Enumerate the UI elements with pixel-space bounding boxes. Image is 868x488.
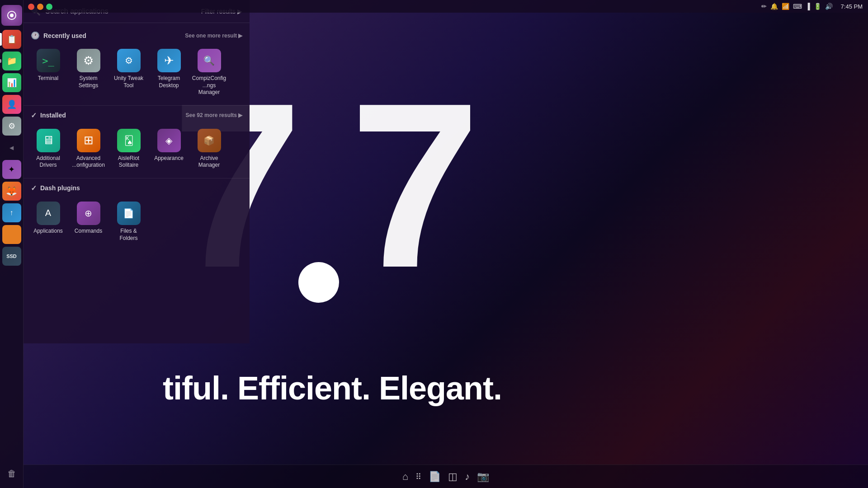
- system-settings-label: System Settings: [71, 75, 106, 89]
- applications-icon: A: [37, 202, 60, 225]
- app-commands[interactable]: ⊕ Commands: [69, 198, 108, 245]
- app-archive-manager[interactable]: 📦 Archive Manager: [190, 125, 228, 173]
- commands-label: Commands: [75, 228, 102, 235]
- files-folders-label: Files & Folders: [111, 228, 146, 242]
- bottomdock: ⌂ ⠿ 📄 ◫ ♪ 📷: [24, 465, 868, 488]
- applications-label: Applications: [33, 228, 63, 235]
- archive-manager-icon: 📦: [198, 129, 221, 152]
- terminal-label: Terminal: [38, 75, 58, 82]
- app-unity-tweak[interactable]: ⚙ Unity Tweak Tool: [109, 45, 148, 100]
- taskbar-unity-icon[interactable]: ✦: [2, 160, 21, 179]
- dash-plugins-header: ✓ Dash plugins: [24, 180, 250, 194]
- battery-indicator-icon[interactable]: ▐: [806, 3, 810, 10]
- home-icon: ⌂: [402, 471, 408, 483]
- installed-icon: ✓: [31, 111, 37, 120]
- installed-header: ✓ Installed See 92 more results ▶: [24, 108, 250, 122]
- camera-icon: 📷: [477, 471, 489, 483]
- dash-plugins-grid: A Applications ⊕ Commands 📄 Files & Fold…: [24, 194, 250, 249]
- pencil-icon[interactable]: ✏: [761, 3, 767, 10]
- window-controls: [24, 0, 57, 14]
- appearance-label: Appearance: [154, 155, 184, 162]
- additional-drivers-label: Additional Drivers: [31, 155, 66, 169]
- app-applications[interactable]: A Applications: [29, 198, 67, 245]
- divider-2: [24, 178, 250, 178]
- clock: 7:45 PM: [841, 3, 863, 10]
- taskbar-system-icon[interactable]: 📋: [2, 30, 21, 49]
- unity-tweak-label: Unity Tweak Tool: [111, 75, 146, 89]
- see-one-more-button[interactable]: See one more result ▶: [185, 33, 242, 39]
- volume-icon[interactable]: 🔊: [825, 3, 833, 10]
- app-terminal[interactable]: >_ Terminal: [29, 45, 67, 100]
- wifi-icon[interactable]: 📶: [782, 3, 789, 10]
- unity-launcher-button[interactable]: [1, 5, 22, 26]
- dash-plugins-label: Dash plugins: [40, 184, 80, 192]
- battery-icon[interactable]: 🔋: [814, 3, 821, 10]
- dock-media[interactable]: ◫: [448, 471, 458, 483]
- advanced-conf-icon: ⊞: [77, 129, 100, 152]
- launcher-content: 🕐 Recently used See one more result ▶ >_…: [24, 23, 250, 343]
- unity-tweak-icon: ⚙: [117, 49, 141, 72]
- files-folders-icon: 📄: [117, 202, 141, 225]
- compiz-icon: 🔍: [198, 49, 221, 72]
- topbar: ✏ 🔔 📶 ⌨ ▐ 🔋 🔊 7:45 PM: [24, 0, 868, 13]
- taskbar: 📋 📁 📊 👤 ⚙ ◀ ✦ 🦊 ↑ SSD 🗑: [0, 0, 24, 488]
- divider-1: [24, 105, 250, 106]
- see-92-more-button[interactable]: See 92 more results ▶: [186, 112, 242, 118]
- taskbar-calc-icon[interactable]: 📊: [2, 73, 21, 92]
- keyboard-icon[interactable]: ⌨: [793, 3, 802, 10]
- files-dock-icon: 📄: [429, 471, 441, 483]
- app-launcher: 🔍 Filter results ▶ 🕐 Recently used See o…: [24, 0, 250, 343]
- dock-camera[interactable]: 📷: [477, 471, 489, 483]
- recently-used-grid: >_ Terminal ⚙ System Settings ⚙ Unity Tw…: [24, 42, 250, 103]
- dock-apps[interactable]: ⠿: [415, 472, 421, 482]
- taskbar-settings-icon[interactable]: ⚙: [2, 117, 21, 136]
- app-system-settings[interactable]: ⚙ System Settings: [69, 45, 108, 100]
- recently-used-label: Recently used: [43, 32, 86, 39]
- terminal-icon: >_: [37, 49, 60, 72]
- taskbar-files-icon[interactable]: 📁: [2, 52, 21, 70]
- app-telegram[interactable]: ✈ Telegram Desktop: [150, 45, 188, 100]
- aisleriot-label: AisleRiot Solitaire: [111, 155, 146, 169]
- dock-files[interactable]: 📄: [429, 471, 441, 483]
- installed-grid: 🖥 Additional Drivers ⊞ Advanced ...onfig…: [24, 122, 250, 176]
- taskbar-arrow-icon[interactable]: ◀: [2, 138, 21, 157]
- app-appearance[interactable]: ◈ Appearance: [150, 125, 188, 173]
- dock-music[interactable]: ♪: [465, 471, 470, 483]
- desktop-tagline: tiful. Efficient. Elegant.: [163, 370, 502, 407]
- app-aisleriot[interactable]: 🂮 AisleRiot Solitaire: [109, 125, 148, 173]
- aisleriot-icon: 🂮: [117, 129, 141, 152]
- commands-icon: ⊕: [77, 202, 100, 225]
- app-advanced-conf[interactable]: ⊞ Advanced ...onfiguration: [69, 125, 108, 173]
- dock-home[interactable]: ⌂: [402, 471, 408, 483]
- taskbar-contacts-icon[interactable]: 👤: [2, 95, 21, 114]
- installed-label: Installed: [40, 112, 66, 119]
- archive-manager-label: Archive Manager: [192, 155, 226, 169]
- apps-grid-icon: ⠿: [415, 472, 421, 482]
- taskbar-ssd-icon[interactable]: SSD: [2, 247, 21, 266]
- taskbar-firefox-icon[interactable]: 🦊: [2, 182, 21, 201]
- recently-used-header: 🕐 Recently used See one more result ▶: [24, 28, 250, 42]
- minimize-button[interactable]: [37, 4, 43, 10]
- system-settings-icon: ⚙: [77, 49, 100, 72]
- recently-used-icon: 🕐: [31, 31, 40, 40]
- close-button[interactable]: [28, 4, 34, 10]
- taskbar-trash-icon[interactable]: 🗑: [2, 464, 21, 483]
- music-icon: ♪: [465, 471, 470, 483]
- appearance-icon: ◈: [157, 129, 181, 152]
- taskbar-software-icon[interactable]: ↑: [2, 203, 21, 222]
- app-additional-drivers[interactable]: 🖥 Additional Drivers: [29, 125, 67, 173]
- telegram-label: Telegram Desktop: [151, 75, 186, 89]
- app-compiz[interactable]: 🔍 CompizConfig ...ngs Manager: [190, 45, 228, 100]
- telegram-icon: ✈: [157, 49, 181, 72]
- taskbar-orange-icon[interactable]: [2, 225, 21, 244]
- advanced-conf-label: Advanced ...onfiguration: [71, 155, 106, 169]
- topbar-system-icons: ✏ 🔔 📶 ⌨ ▐ 🔋 🔊: [761, 3, 833, 10]
- maximize-button[interactable]: [46, 4, 52, 10]
- app-files-folders[interactable]: 📄 Files & Folders: [109, 198, 148, 245]
- bell-icon[interactable]: 🔔: [770, 3, 778, 10]
- media-icon: ◫: [448, 471, 458, 483]
- svg-point-1: [10, 14, 14, 17]
- dash-plugins-icon: ✓: [31, 184, 37, 192]
- desktop-dot: [298, 262, 339, 303]
- compiz-label: CompizConfig ...ngs Manager: [192, 75, 226, 96]
